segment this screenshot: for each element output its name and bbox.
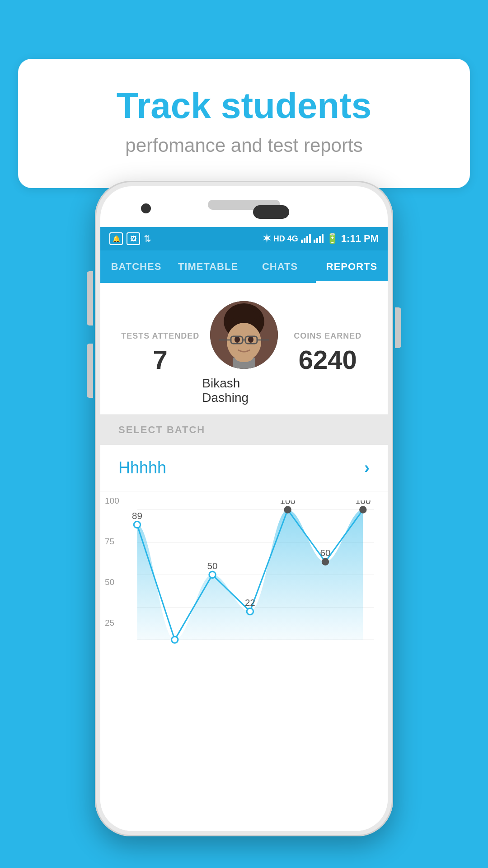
avatar-container: Bikash Dashing (202, 301, 286, 405)
y-label-25: 25 (105, 618, 119, 628)
coins-earned-block: COINS EARNED 6240 (286, 331, 370, 375)
svg-point-3 (235, 336, 240, 343)
phone-top-bar (100, 186, 388, 231)
tests-attended-value: 7 (118, 344, 202, 375)
tooltip-title: Track students (45, 86, 443, 126)
coins-earned-label: COINS EARNED (286, 331, 370, 341)
tab-timetable[interactable]: TIMETABLE (172, 250, 244, 283)
tooltip-subtitle: perfomance and test reports (45, 135, 443, 156)
svg-point-11 (235, 353, 253, 362)
signal-bar (301, 234, 311, 243)
select-batch-label: SELECT BATCH (118, 424, 205, 435)
svg-text:50: 50 (207, 561, 218, 571)
svg-text:89: 89 (132, 510, 142, 521)
svg-point-19 (209, 571, 216, 578)
tests-attended-block: TESTS ATTENDED 7 (118, 331, 202, 375)
phone-frame: 🔔 🖼 ⇅ ✶ HD 4G (95, 181, 393, 836)
batch-item[interactable]: Hhhhh › (100, 445, 388, 491)
tests-attended-label: TESTS ATTENDED (118, 331, 202, 341)
nav-tabs: BATCHES TIMETABLE CHATS REPORTS (100, 250, 388, 283)
chevron-right-icon: › (364, 458, 370, 477)
avatar (210, 301, 278, 369)
front-camera (253, 205, 289, 219)
svg-text:100: 100 (355, 500, 371, 506)
signal-icon-text: ⇅ (144, 233, 151, 244)
svg-point-18 (172, 637, 178, 643)
svg-point-23 (360, 506, 366, 513)
svg-text:22: 22 (245, 597, 255, 608)
svg-point-20 (247, 608, 253, 614)
phone-inner: 🔔 🖼 ⇅ ✶ HD 4G (100, 186, 388, 831)
user-name: Bikash Dashing (202, 376, 286, 405)
tab-reports[interactable]: REPORTS (316, 250, 388, 283)
batch-name: Hhhhh (118, 458, 166, 477)
chart-area: 100 75 50 25 (100, 491, 388, 672)
select-batch-bar: SELECT BATCH (100, 415, 388, 445)
svg-point-21 (284, 506, 291, 513)
svg-point-17 (134, 521, 140, 528)
coins-earned-value: 6240 (286, 344, 370, 375)
y-label-100: 100 (105, 496, 119, 506)
notification-icon: 🔔 (109, 232, 123, 245)
network-label: HD 4G (273, 234, 298, 244)
status-icons-left: 🔔 🖼 ⇅ (109, 232, 151, 245)
profile-section: TESTS ATTENDED 7 (100, 283, 388, 414)
tab-batches[interactable]: BATCHES (100, 250, 172, 283)
camera-dot (141, 203, 151, 213)
y-label-75: 75 (105, 537, 119, 547)
tab-chats[interactable]: CHATS (244, 250, 316, 283)
screen: 🔔 🖼 ⇅ ✶ HD 4G (100, 227, 388, 831)
svg-point-22 (322, 558, 328, 565)
svg-point-4 (248, 336, 253, 343)
svg-text:60: 60 (320, 547, 331, 558)
signal-bar-2 (314, 234, 324, 243)
image-icon: 🖼 (127, 232, 140, 245)
line-chart: 89 50 22 100 60 100 (114, 500, 374, 672)
y-axis: 100 75 50 25 (105, 496, 119, 659)
time-display: 1:11 PM (341, 233, 379, 245)
battery-icon: 🔋 (326, 233, 338, 245)
svg-text:100: 100 (280, 500, 296, 506)
status-icons-right: ✶ HD 4G 🔋 1:11 PM (263, 233, 379, 245)
tooltip-card: Track students perfomance and test repor… (18, 59, 470, 188)
y-label-50: 50 (105, 577, 119, 587)
bluetooth-icon: ✶ (263, 233, 271, 245)
